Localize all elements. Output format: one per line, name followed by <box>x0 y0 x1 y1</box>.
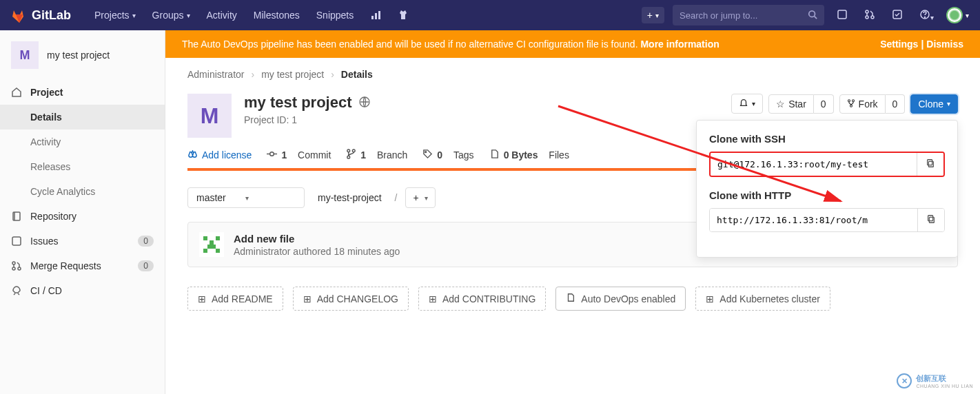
plus-square-icon: ⊞ <box>198 293 206 304</box>
clone-ssh-input[interactable] <box>711 153 917 176</box>
sidebar-item-releases[interactable]: Releases <box>0 154 165 179</box>
svg-point-33 <box>425 152 427 153</box>
svg-point-16 <box>12 267 15 270</box>
clone-dropdown-button[interactable]: Clone▾ <box>910 94 958 114</box>
copy-http-button[interactable] <box>917 209 944 231</box>
add-changelog-button[interactable]: ⊞Add CHANGELOG <box>293 287 409 311</box>
svg-rect-24 <box>929 217 934 222</box>
search-box[interactable] <box>673 5 824 25</box>
svg-point-15 <box>12 262 15 265</box>
help-icon[interactable]: ▾ <box>915 5 938 26</box>
sidebar-item-activity[interactable]: Activity <box>0 129 165 154</box>
nav-snippets[interactable]: Snippets <box>309 3 360 28</box>
project-title: my test project <box>244 94 352 112</box>
user-menu[interactable]: ▾ <box>946 7 969 23</box>
fork-icon <box>847 98 855 110</box>
svg-rect-35 <box>203 236 207 240</box>
svg-rect-41 <box>212 245 216 249</box>
add-k8s-button[interactable]: ⊞Add Kubernetes cluster <box>695 287 830 311</box>
alert-more-link[interactable]: More information <box>640 39 719 50</box>
fork-button[interactable]: Fork <box>839 94 886 114</box>
star-button-group: ☆Star 0 <box>768 94 833 114</box>
sidebar-item-repository[interactable]: Repository <box>0 204 165 229</box>
svg-point-8 <box>871 16 874 19</box>
chevron-down-icon: ▾ <box>132 12 136 19</box>
svg-rect-5 <box>838 10 846 19</box>
svg-rect-1 <box>375 13 377 19</box>
todos-icon[interactable] <box>888 5 907 26</box>
sidebar-item-project[interactable]: Project <box>0 80 165 105</box>
alert-dismiss-link[interactable]: Dismiss <box>926 39 963 50</box>
svg-rect-39 <box>216 249 220 253</box>
notification-dropdown[interactable]: ▾ <box>731 94 763 114</box>
alert-sep: | <box>921 39 923 50</box>
issues-icon <box>11 236 22 247</box>
branch-selector[interactable]: master ▾ <box>187 187 305 208</box>
chevron-down-icon: ▾ <box>752 100 755 107</box>
star-count[interactable]: 0 <box>814 94 834 114</box>
add-to-tree-dropdown[interactable]: +▾ <box>405 187 435 208</box>
star-button[interactable]: ☆Star <box>768 94 814 114</box>
rocket-icon <box>11 285 22 296</box>
license-icon <box>187 149 198 161</box>
sidebar-item-cycle-analytics[interactable]: Cycle Analytics <box>0 179 165 204</box>
breadcrumb-admin[interactable]: Administrator <box>187 69 244 80</box>
svg-rect-0 <box>371 16 374 19</box>
sidebar-item-details[interactable]: Details <box>0 105 165 129</box>
mr-count-badge: 0 <box>138 260 154 271</box>
bell-icon <box>739 98 748 110</box>
sidebar: M my test project Project Details Activi… <box>0 30 165 394</box>
tags-stat[interactable]: 0 Tags <box>422 149 473 161</box>
project-avatar: M <box>187 94 232 138</box>
clone-http-input[interactable] <box>710 209 917 231</box>
alert-message: The Auto DevOps pipeline has been enable… <box>182 39 640 50</box>
svg-rect-25 <box>928 216 933 221</box>
user-avatar <box>946 7 963 23</box>
branches-stat[interactable]: 1 Branch <box>346 149 407 161</box>
chevron-down-icon: ▾ <box>425 194 428 202</box>
merge-requests-icon[interactable] <box>860 5 879 26</box>
commit-title[interactable]: Add new file <box>234 233 400 245</box>
nav-groups[interactable]: Groups▾ <box>145 3 197 28</box>
clone-ssh-field <box>709 152 945 177</box>
search-input[interactable] <box>680 10 808 21</box>
commit-icon <box>267 149 277 161</box>
path-root[interactable]: my-test-project <box>313 187 387 208</box>
add-license-link[interactable]: Add license <box>187 149 252 161</box>
chevron-down-icon: ▾ <box>655 12 659 19</box>
nav-projects[interactable]: Projects▾ <box>88 3 143 28</box>
svg-rect-36 <box>216 236 220 240</box>
svg-line-4 <box>815 16 817 19</box>
sidebar-item-issues[interactable]: Issues 0 <box>0 229 165 253</box>
svg-point-19 <box>848 99 850 101</box>
nav-analytics-icon[interactable] <box>363 3 388 28</box>
sidebar-item-merge-requests[interactable]: Merge Requests 0 <box>0 253 165 278</box>
topbar: GitLab Projects▾ Groups▾ Activity Milest… <box>0 0 980 30</box>
sidebar-item-cicd[interactable]: CI / CD <box>0 278 165 303</box>
copy-ssh-button[interactable] <box>917 153 943 176</box>
nav-activity[interactable]: Activity <box>200 3 244 28</box>
svg-point-31 <box>353 149 356 152</box>
alert-settings-link[interactable]: Settings <box>880 39 918 50</box>
svg-point-20 <box>852 99 854 101</box>
issues-icon[interactable] <box>833 5 852 26</box>
sidebar-project-header[interactable]: M my test project <box>0 30 165 80</box>
fork-count[interactable]: 0 <box>886 94 906 114</box>
auto-devops-button[interactable]: Auto DevOps enabled <box>555 287 686 311</box>
add-contributing-button[interactable]: ⊞Add CONTRIBUTING <box>418 287 546 311</box>
add-readme-button[interactable]: ⊞Add README <box>187 287 283 311</box>
clone-http-title: Clone with HTTP <box>709 189 945 201</box>
new-dropdown[interactable]: +▾ <box>642 7 664 23</box>
breadcrumb-project[interactable]: my test project <box>261 69 324 80</box>
merge-request-icon <box>11 260 22 271</box>
commit-author-avatar <box>199 232 224 257</box>
commit-subtitle: Administrator authored 18 minutes ago <box>234 246 400 257</box>
svg-rect-22 <box>928 161 933 167</box>
svg-rect-40 <box>207 245 212 249</box>
commits-stat[interactable]: 1 Commit <box>267 149 331 161</box>
nav-admin-icon[interactable] <box>391 3 416 28</box>
nav-milestones[interactable]: Milestones <box>247 3 307 28</box>
chevron-down-icon: ▾ <box>930 14 934 21</box>
files-stat[interactable]: 0 Bytes Files <box>489 149 569 161</box>
gitlab-logo[interactable]: GitLab <box>11 7 71 23</box>
